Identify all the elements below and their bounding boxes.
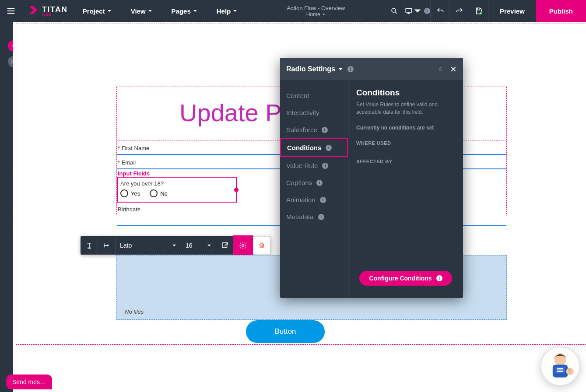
undo-icon — [436, 7, 444, 15]
chevron-down-icon — [148, 9, 152, 13]
save-button[interactable] — [469, 0, 488, 22]
radio-group-over18[interactable]: Are you over 18? Yes No — [117, 177, 237, 203]
popover-body: ContentInteractivitySalesforceiCondition… — [280, 80, 463, 298]
chevron-down-icon — [107, 9, 112, 13]
radio-circle-icon — [120, 189, 128, 197]
font-size-select[interactable]: 16 — [181, 236, 216, 255]
popover-nav-conditions[interactable]: Conditionsi — [280, 138, 348, 157]
chevron-down-icon — [322, 13, 326, 16]
logo-text: TITAN WEB — [42, 6, 68, 17]
chevron-down-icon — [338, 66, 343, 72]
page-context[interactable]: Action Flow - Overview Home — [247, 5, 385, 18]
info-badge-icon: i — [318, 214, 324, 220]
popover-nav-animation[interactable]: Animationi — [280, 191, 348, 208]
text-icon — [85, 242, 93, 249]
publish-button[interactable]: Publish — [536, 0, 586, 22]
radio-options: Yes No — [120, 189, 233, 197]
hamburger-icon — [6, 6, 16, 16]
logo-subtitle: WEB — [42, 13, 68, 17]
logo[interactable]: TITAN WEB — [22, 4, 73, 18]
info-badge-icon: i — [322, 163, 328, 169]
close-icon[interactable] — [450, 66, 457, 73]
right-tools: i Preview Publish — [385, 0, 586, 22]
text-style-button[interactable] — [81, 236, 98, 255]
hamburger-menu[interactable] — [0, 6, 22, 16]
info-badge-icon: i — [436, 275, 442, 281]
top-toolbar: TITAN WEB Project View Pages Help Action… — [0, 0, 586, 22]
spacing-button[interactable] — [98, 236, 116, 255]
svg-rect-1 — [406, 9, 412, 12]
affected-by-section: AFFECTED BY — [356, 159, 455, 164]
popover-nav-value-rule[interactable]: Value Rulei — [280, 157, 348, 174]
radio-option-no[interactable]: No — [150, 189, 168, 197]
gear-icon — [239, 242, 247, 249]
popover-nav: ContentInteractivitySalesforceiCondition… — [280, 80, 348, 298]
resize-handle[interactable] — [234, 188, 239, 192]
popover-nav-salesforce[interactable]: Salesforcei — [280, 121, 348, 138]
context-sub: Home — [306, 11, 326, 18]
search-button[interactable] — [385, 0, 404, 22]
left-rail — [0, 22, 13, 392]
content-description: Set Value Rules to define valid and acce… — [356, 101, 455, 116]
desktop-icon — [405, 7, 413, 15]
spacing-icon — [103, 242, 111, 249]
chevron-down-icon — [172, 243, 176, 248]
menu-pages[interactable]: Pages — [162, 0, 207, 22]
logo-mark-icon — [27, 4, 39, 18]
info-badge-icon: i — [322, 127, 328, 133]
popover-nav-metadata[interactable]: Metadatai — [280, 208, 348, 225]
context-title: Action Flow - Overview — [287, 5, 345, 11]
menu-help[interactable]: Help — [207, 0, 247, 22]
mascot-icon — [541, 347, 579, 385]
chevron-down-icon — [233, 9, 237, 13]
redo-button[interactable] — [449, 0, 469, 22]
content-status: Currently no conditions are set — [356, 125, 455, 131]
external-icon — [221, 242, 229, 249]
info-badge-icon: i — [320, 197, 326, 203]
open-external-button[interactable] — [216, 236, 234, 255]
content-title: Conditions — [356, 88, 455, 98]
info-badge-icon: i — [326, 145, 332, 151]
menu-project[interactable]: Project — [73, 0, 121, 22]
font-family-select[interactable]: Lato — [116, 236, 181, 255]
preview-button[interactable]: Preview — [488, 0, 536, 22]
popover-nav-captions[interactable]: Captionsi — [280, 174, 348, 191]
popover-nav-content[interactable]: Content — [280, 87, 348, 104]
radio-option-yes[interactable]: Yes — [120, 189, 140, 197]
radio-circle-icon — [150, 189, 158, 197]
redo-icon — [456, 7, 463, 15]
chat-avatar[interactable] — [540, 346, 580, 386]
chevron-down-icon — [207, 243, 211, 248]
info-badge-icon: i — [424, 8, 430, 14]
popover-content: Conditions Set Value Rules to define val… — [348, 80, 463, 298]
page-outline-bottom — [16, 344, 586, 345]
pin-icon[interactable] — [437, 66, 444, 73]
inline-format-toolbar: Lato 16 — [81, 236, 270, 255]
info-badge-icon[interactable]: i — [347, 66, 354, 72]
radio-settings-popover: Radio Settings i ContentInteractivitySal… — [280, 58, 463, 298]
radio-question: Are you over 18? — [120, 180, 233, 187]
chevron-down-icon — [414, 7, 421, 15]
main-menu: Project View Pages Help — [73, 0, 247, 22]
delete-element-button[interactable] — [253, 236, 270, 255]
chat-send-button[interactable]: Send mes… — [6, 374, 52, 389]
form-button[interactable]: Button — [246, 320, 325, 343]
info-badge-icon: i — [316, 180, 323, 186]
search-icon — [390, 7, 398, 15]
undo-button[interactable] — [430, 0, 449, 22]
svg-rect-4 — [222, 243, 227, 248]
svg-point-5 — [242, 245, 244, 247]
menu-view[interactable]: View — [121, 0, 162, 22]
element-settings-button[interactable] — [234, 236, 252, 255]
popover-header[interactable]: Radio Settings i — [280, 58, 463, 80]
popover-title[interactable]: Radio Settings i — [286, 65, 354, 73]
no-files-label: No files — [125, 308, 144, 315]
device-preview-button[interactable]: i — [404, 0, 430, 22]
logo-title: TITAN — [42, 6, 68, 13]
configure-conditions-button[interactable]: Configure Conditions i — [359, 271, 452, 286]
svg-point-0 — [392, 8, 396, 12]
where-used-section: WHERE USED — [356, 140, 455, 146]
popover-nav-interactivity[interactable]: Interactivity — [280, 104, 348, 121]
save-icon — [475, 7, 483, 15]
trash-icon — [258, 242, 265, 249]
